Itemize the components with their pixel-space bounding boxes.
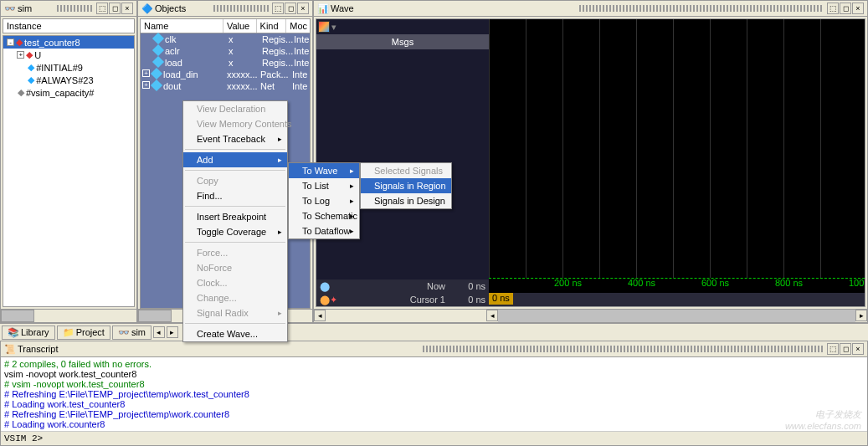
objects-header-row: Name Value Kind Moc — [140, 18, 311, 33]
maximize-button[interactable]: ◻ — [840, 343, 851, 355]
menu-item-change-: Change... — [183, 290, 287, 305]
scroll-right[interactable]: ▸ — [855, 310, 867, 321]
transcript-line: vsim -novopt work.test_counter8 — [4, 369, 864, 379]
col-value[interactable]: Value — [223, 19, 257, 33]
menu-item-copy: Copy — [183, 173, 287, 188]
menu-item-to-dataflow[interactable]: To Dataflow▸ — [289, 223, 359, 238]
menu-item-view-declaration: View Declaration — [183, 101, 287, 116]
wave-title-bar: 📊 Wave ⬚ ◻ × — [314, 1, 867, 17]
menu-item-add[interactable]: Add▸ — [183, 152, 287, 167]
menu-item-to-log[interactable]: To Log▸ — [289, 193, 359, 208]
time-tick: 100 — [849, 278, 864, 288]
col-name[interactable]: Name — [141, 19, 223, 33]
cursor-box[interactable]: 0 ns — [489, 293, 513, 305]
col-kind[interactable]: Kind — [257, 19, 287, 33]
add-submenu[interactable]: To Wave▸To List▸To Log▸To Schematic▸To D… — [288, 162, 360, 239]
cube-icon[interactable] — [318, 21, 330, 33]
tree-label: #ALWAYS#23 — [36, 75, 93, 85]
towave-submenu[interactable]: Selected SignalsSignals in RegionSignals… — [360, 162, 452, 209]
col-mode[interactable]: Moc — [286, 19, 310, 33]
tree-row[interactable]: ◆ #vsim_capacity# — [3, 86, 134, 99]
close-button[interactable]: × — [852, 3, 864, 14]
tree-label: test_counter8 — [24, 38, 80, 48]
menu-item-signals-in-region[interactable]: Signals in Region — [361, 178, 451, 193]
tree-row[interactable]: -◆ test_counter8 — [3, 36, 134, 49]
maximize-button[interactable]: ◻ — [840, 3, 851, 14]
transcript-prompt[interactable]: VSIM 2> — [1, 431, 867, 445]
menu-item-signal-radix: Signal Radix▸ — [183, 305, 287, 320]
undock-button[interactable]: ⬚ — [96, 3, 108, 14]
sim-title: sim — [16, 3, 54, 13]
wave-icon: 📊 — [317, 3, 329, 14]
context-menu[interactable]: View DeclarationView Memory ContentsEven… — [182, 100, 288, 342]
menu-item-insert-breakpoint[interactable]: Insert Breakpoint — [183, 209, 287, 224]
menu-item-noforce: NoForce — [183, 260, 287, 275]
signal-icon — [152, 44, 164, 56]
undock-button[interactable]: ⬚ — [272, 3, 284, 14]
tree-label: #INITIAL#9 — [36, 63, 83, 73]
sim-hscroll[interactable] — [1, 309, 136, 322]
maximize-button[interactable]: ◻ — [109, 3, 121, 14]
menu-item-to-wave[interactable]: To Wave▸ — [289, 163, 359, 178]
cursor-row[interactable]: ⬤✦Cursor 10 ns — [316, 293, 489, 306]
menu-item-force-: Force... — [183, 245, 287, 260]
menu-item-signals-in-design[interactable]: Signals in Design — [361, 193, 451, 208]
transcript-icon: 📜 — [4, 344, 16, 355]
menu-item-event-traceback[interactable]: Event Traceback▸ — [183, 131, 287, 146]
watermark: 电子发烧友 www.elecfans.com — [785, 408, 861, 431]
object-row[interactable]: clkxRegis...Inte — [141, 33, 310, 45]
menu-item-selected-signals: Selected Signals — [361, 163, 451, 178]
tab-library[interactable]: 📚Library — [2, 326, 55, 340]
menu-item-to-list[interactable]: To List▸ — [289, 178, 359, 193]
capacity-icon: ◆ — [18, 87, 24, 98]
now-row: ⬤Now0 ns — [316, 279, 489, 293]
signal-icon — [152, 33, 164, 44]
tree-row[interactable]: ◆ #ALWAYS#23 — [3, 74, 134, 86]
transcript-line: # Loading work.test_counter8 — [4, 399, 864, 409]
module-icon: ◆ — [16, 37, 23, 48]
signal-icon — [152, 56, 164, 68]
signal-icon — [151, 68, 162, 79]
tree-label: U — [34, 50, 41, 60]
tree-row[interactable]: ◆ #INITIAL#9 — [3, 61, 134, 74]
menu-item-to-schematic[interactable]: To Schematic▸ — [289, 208, 359, 223]
object-row[interactable]: +doutxxxxx...NetInte — [141, 80, 310, 92]
object-row[interactable]: +load_dinxxxxx...Pack...Inte — [141, 69, 310, 80]
menu-item-toggle-coverage[interactable]: Toggle Coverage▸ — [183, 224, 287, 239]
maximize-button[interactable]: ◻ — [285, 3, 296, 14]
scroll-left[interactable]: ◂ — [314, 310, 326, 321]
object-row[interactable]: loadxRegis...Inte — [141, 57, 310, 69]
signal-icon — [151, 79, 162, 91]
menu-item-find-[interactable]: Find... — [183, 188, 287, 203]
tree-row[interactable]: +◆ U — [3, 49, 134, 61]
sim-column-header[interactable]: Instance — [3, 18, 135, 33]
tab-scroll-left[interactable]: ◂ — [153, 326, 165, 338]
transcript-panel: 📜 Transcript ⬚ ◻ × # 2 compiles, 0 faile… — [0, 341, 868, 446]
scroll-left[interactable]: ◂ — [486, 310, 498, 321]
wave-display[interactable]: 200 ns400 ns600 ns800 ns100 0 ns — [489, 19, 865, 306]
tab-sim[interactable]: 👓sim — [112, 326, 152, 340]
transcript-output[interactable]: # 2 compiles, 0 failed with no errors.vs… — [1, 357, 867, 431]
close-button[interactable]: × — [297, 3, 309, 14]
tab-scroll-right[interactable]: ▸ — [167, 326, 178, 338]
objects-title-bar: 🔷 Objects ⬚ ◻ × — [138, 1, 312, 17]
sim-tree[interactable]: -◆ test_counter8 +◆ U ◆ #INITIAL#9 ◆ #AL… — [3, 35, 135, 307]
transcript-line: # Loading work.counter8 — [4, 419, 864, 429]
tab-project[interactable]: 📁Project — [57, 326, 110, 340]
transcript-title: Transcript — [16, 344, 419, 354]
time-tick: 600 ns — [701, 278, 729, 288]
time-tick: 800 ns — [775, 278, 803, 288]
object-row[interactable]: aclrxRegis...Inte — [141, 45, 310, 57]
undock-button[interactable]: ⬚ — [827, 343, 839, 355]
transcript-title-bar: 📜 Transcript ⬚ ◻ × — [1, 341, 867, 357]
project-icon: 📁 — [63, 327, 74, 338]
transcript-line: # 2 compiles, 0 failed with no errors. — [4, 359, 864, 369]
close-button[interactable]: × — [852, 343, 864, 355]
library-icon: 📚 — [8, 327, 19, 338]
menu-item-view-memory-contents: View Memory Contents — [183, 116, 287, 131]
menu-item-create-wave-[interactable]: Create Wave... — [183, 326, 287, 341]
close-button[interactable]: × — [121, 3, 133, 14]
undock-button[interactable]: ⬚ — [827, 3, 839, 14]
objects-icon: 🔷 — [141, 3, 153, 14]
sim-icon: 👓 — [118, 327, 130, 338]
